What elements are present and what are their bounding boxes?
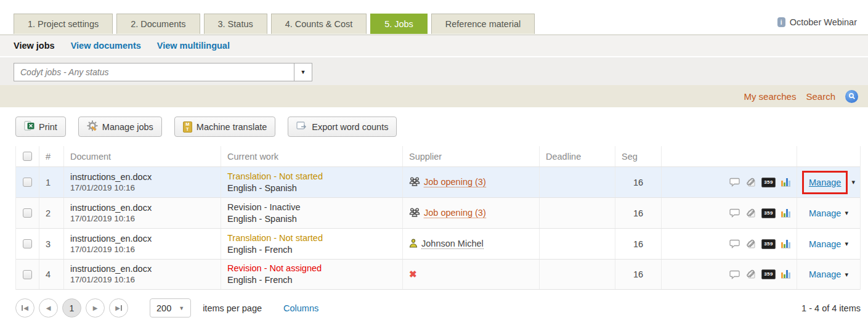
status-filter-select[interactable]: Codyt jobs - Any status ▼ (14, 63, 312, 81)
manage-dropdown-icon[interactable]: ▾ (845, 240, 848, 248)
view-multilingual-link[interactable]: View multilingual (157, 41, 230, 51)
gear-icon (87, 120, 98, 133)
supplier-link[interactable]: Job opening (3) (424, 177, 486, 187)
row-number: 3 (39, 229, 64, 259)
prev-page-button[interactable]: ◀ (39, 298, 58, 318)
view-documents-link[interactable]: View documents (71, 41, 141, 51)
manage-link[interactable]: Manage (809, 178, 841, 187)
job-opening-group-icon (409, 176, 420, 188)
language-pair: English - French (227, 274, 293, 286)
word-count-badge[interactable]: 359 (761, 178, 776, 187)
attachment-icon[interactable] (745, 178, 756, 187)
statistics-icon[interactable] (781, 178, 790, 187)
chevron-down-icon[interactable]: ▼ (294, 63, 312, 81)
view-switcher: View jobs View documents View multilingu… (0, 35, 868, 56)
document-name: instructions_en.docx (70, 202, 152, 213)
project-name-label: October Webinar (790, 17, 857, 27)
row-checkbox[interactable] (23, 208, 32, 218)
deadline-cell (540, 229, 615, 259)
attachment-icon[interactable] (745, 208, 756, 218)
col-supplier: Supplier (403, 146, 540, 166)
select-all-checkbox[interactable] (23, 152, 32, 161)
col-seg: Seg (615, 146, 662, 166)
manage-link[interactable]: Manage (809, 269, 841, 279)
print-button[interactable]: Print (15, 117, 66, 137)
status-filter-value[interactable]: Codyt jobs - Any status (14, 63, 294, 81)
supplier-link[interactable]: Job opening (3) (424, 208, 486, 218)
machine-translate-button[interactable]: M T Machine translate (174, 117, 275, 137)
person-icon (409, 239, 418, 250)
row-number: 4 (39, 260, 64, 289)
chevron-down-icon: ▼ (179, 305, 184, 311)
print-icon (24, 121, 34, 133)
current-page-button[interactable]: 1 (62, 298, 81, 318)
manage-jobs-button[interactable]: Manage jobs (78, 117, 162, 137)
search-row: My searches Search (0, 85, 868, 107)
statistics-icon[interactable] (781, 270, 790, 279)
word-count-badge[interactable]: 359 (761, 239, 776, 249)
document-date: 17/01/2019 10:16 (70, 182, 135, 194)
manage-link[interactable]: Manage (809, 239, 841, 249)
word-count-badge[interactable]: 359 (761, 269, 776, 279)
tab-documents[interactable]: 2. Documents (116, 14, 200, 34)
tab-bar: 1. Project settings 2. Documents 3. Stat… (0, 0, 868, 35)
tab-status[interactable]: 3. Status (204, 14, 267, 34)
seg-count: 16 (615, 260, 662, 289)
pagination-bar: ◀ ◀ 1 ▶ ▶ 200 ▼ items per page Columns 1… (0, 290, 868, 318)
view-jobs-link[interactable]: View jobs (14, 41, 55, 51)
row-checkbox[interactable] (23, 178, 32, 187)
first-page-button[interactable]: ◀ (15, 298, 34, 318)
row-checkbox[interactable] (23, 270, 32, 279)
statistics-icon[interactable] (781, 209, 790, 218)
supplier-link[interactable]: Johnson Michel (421, 239, 484, 249)
project-icon: i (777, 17, 785, 27)
comment-icon[interactable] (729, 178, 740, 187)
last-page-button[interactable]: ▶ (109, 298, 128, 318)
row-checkbox[interactable] (23, 239, 32, 248)
statistics-icon[interactable] (781, 240, 790, 248)
search-icon[interactable] (845, 90, 858, 103)
page-size-select[interactable]: 200 ▼ (150, 298, 191, 318)
search-link[interactable]: Search (806, 91, 835, 102)
col-actions (797, 146, 860, 166)
table-row: 4 instructions_en.docx 17/01/2019 10:16 … (16, 259, 860, 290)
comment-icon[interactable] (729, 239, 740, 248)
tab-reference-material[interactable]: Reference material (431, 14, 535, 34)
tab-counts-cost[interactable]: 4. Counts & Cost (271, 14, 367, 34)
language-pair: English - Spanish (227, 213, 297, 225)
filter-row: Codyt jobs - Any status ▼ (0, 56, 868, 85)
seg-count: 16 (615, 229, 662, 259)
machine-translate-icon: M T (183, 121, 192, 133)
document-date: 17/01/2019 10:16 (70, 213, 135, 224)
manage-link[interactable]: Manage (809, 208, 841, 218)
document-name: instructions_en.docx (70, 263, 152, 274)
work-status: Revision - Inactive (227, 202, 300, 213)
document-name: instructions_en.docx (70, 171, 152, 182)
manage-dropdown-icon[interactable]: ▾ (845, 271, 848, 279)
tab-project-settings[interactable]: 1. Project settings (14, 14, 113, 34)
comment-icon[interactable] (729, 208, 740, 218)
export-word-counts-button[interactable]: Export word counts (288, 117, 397, 137)
page-size-value: 200 (156, 303, 171, 313)
attachment-icon[interactable] (745, 239, 756, 249)
items-range-label: 1 - 4 of 4 items (801, 303, 861, 313)
manage-dropdown-icon[interactable]: ▾ (845, 209, 848, 217)
tab-jobs[interactable]: 5. Jobs (370, 14, 428, 34)
table-header: # Document Current work Supplier Deadlin… (16, 146, 860, 166)
word-count-badge[interactable]: 359 (761, 208, 776, 218)
table-row: 2 instructions_en.docx 17/01/2019 10:16 … (16, 197, 860, 228)
attachment-icon[interactable] (745, 269, 756, 279)
comment-icon[interactable] (729, 270, 740, 279)
col-deadline: Deadline (540, 146, 615, 166)
deadline-cell (540, 260, 615, 289)
next-page-button[interactable]: ▶ (86, 298, 105, 318)
language-pair: English - French (227, 244, 293, 256)
project-name: i October Webinar (777, 17, 857, 27)
no-supplier-icon: ✖ (409, 269, 417, 280)
job-opening-group-icon (409, 207, 420, 219)
my-searches-link[interactable]: My searches (744, 91, 796, 102)
manage-dropdown-icon[interactable]: ▾ (851, 178, 855, 186)
table-row: 1 instructions_en.docx 17/01/2019 10:16 … (16, 166, 860, 197)
columns-link[interactable]: Columns (283, 303, 318, 313)
jobs-table: # Document Current work Supplier Deadlin… (15, 146, 861, 290)
